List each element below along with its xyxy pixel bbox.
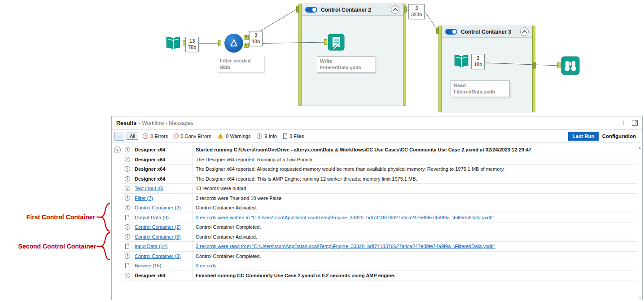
- record-count: 13: [188, 38, 196, 44]
- browse-tool[interactable]: [561, 56, 580, 75]
- errors-label: 0 Errors: [150, 133, 168, 139]
- filter-errors-button[interactable]: 0 Errors: [143, 133, 168, 139]
- messages-view-button[interactable]: ≡: [114, 132, 124, 141]
- info-icon: [125, 176, 130, 182]
- book-icon: [164, 34, 182, 52]
- file-icon: [283, 133, 287, 139]
- chevron-up-icon: [522, 30, 527, 35]
- row-tool-name[interactable]: Filter (7): [132, 194, 193, 203]
- row-tool-name[interactable]: Control Container (3): [132, 252, 193, 261]
- output-data-input-anchor[interactable]: [324, 39, 327, 45]
- result-row: Text Input (6) 13 records were output: [123, 184, 637, 194]
- info-icon: [125, 253, 130, 259]
- results-header: Results - Workflow - Messages ⋮: [112, 116, 642, 130]
- second-container-callout: Second Control Container: [0, 243, 96, 250]
- filter-info-button[interactable]: 9 Info: [257, 133, 277, 139]
- record-size: 323b: [411, 12, 422, 18]
- container-input-wall[interactable]: [438, 26, 442, 112]
- row-tool-name: Designer x64: [132, 271, 193, 280]
- info-icon: [125, 157, 130, 162]
- filter-tool[interactable]: [224, 34, 243, 53]
- results-panel: Results - Workflow - Messages ⋮ ≡ All 0 …: [111, 116, 643, 300]
- input-data-tool[interactable]: [452, 52, 470, 70]
- row-message: Finished running CC Community Use Case 2…: [193, 271, 637, 280]
- row-message[interactable]: 3 records: [193, 261, 637, 271]
- row-tool-name[interactable]: Browse (15): [132, 261, 193, 271]
- row-tool-name[interactable]: Control Container (3): [132, 232, 193, 242]
- filter-files-button[interactable]: 3 Files: [283, 133, 304, 139]
- record-size: 78b: [188, 44, 196, 51]
- filter-input-anchor[interactable]: [218, 40, 221, 46]
- filter-conv-errors-button[interactable]: 0 Conv Errors: [174, 133, 211, 139]
- text-input-tool[interactable]: [164, 34, 182, 52]
- filter-true-port[interactable]: T: [244, 35, 249, 40]
- info-icon: [125, 234, 130, 240]
- row-message[interactable]: 3 records were written to "C:\Users\rson…: [193, 213, 637, 222]
- files-label: 3 Files: [289, 133, 304, 139]
- info-icon: [125, 224, 130, 230]
- alteryx-designer-screen: Control Container 2 Control Container 3 …: [0, 0, 644, 302]
- container-2-collapse-button[interactable]: [391, 5, 399, 14]
- container-3-input-port[interactable]: [436, 27, 439, 34]
- container-3-enable-toggle[interactable]: [445, 29, 457, 35]
- scrollbar-up-icon[interactable]: ▲: [638, 146, 641, 149]
- conv-errors-label: 0 Conv Errors: [180, 133, 211, 139]
- record-count: 3: [252, 32, 260, 39]
- result-row: Designer x64 The Designer x64 reported: …: [123, 164, 637, 174]
- info-label: 9 Info: [264, 133, 277, 139]
- row-tool-name[interactable]: Output Data (9): [132, 213, 193, 222]
- last-run-tab[interactable]: Last Run: [568, 132, 598, 141]
- popout-window-icon[interactable]: [632, 120, 638, 126]
- browse-input-anchor[interactable]: [557, 62, 561, 68]
- row-tool-name[interactable]: Text Input (6): [132, 184, 193, 193]
- result-row: Control Container (3) Control Container …: [123, 252, 637, 262]
- row-message: The Designer x64 reported: Allocating re…: [193, 164, 637, 174]
- results-toolbar: ≡ All 0 Errors 0 Conv Errors 0 Warnings …: [112, 130, 642, 142]
- row-tool-name: Designer x64: [132, 145, 193, 155]
- filter-all-button[interactable]: All: [127, 133, 138, 140]
- info-icon: [125, 147, 130, 152]
- first-container-callout: First Control Container: [0, 213, 95, 221]
- binoculars-icon: [561, 56, 580, 75]
- row-message: The Designer x64 reported: Running at a …: [193, 155, 637, 164]
- filter-false-port[interactable]: F: [244, 43, 249, 48]
- result-row: Browse (15) 3 records: [123, 261, 637, 271]
- row-message: The Designer x64 reported: This is AMP E…: [193, 174, 637, 184]
- row-message[interactable]: 3 records were read from "C:\Users\rson\…: [193, 242, 637, 251]
- row-tool-name[interactable]: Control Container (2): [132, 222, 193, 232]
- record-size: 18b: [252, 39, 260, 45]
- container-2-input-port[interactable]: [296, 6, 299, 13]
- output-data-tool[interactable]: [328, 34, 345, 51]
- configuration-tab[interactable]: Configuration: [599, 132, 640, 141]
- result-row: Designer x64 Finished running CC Communi…: [123, 271, 637, 281]
- container-input-wall[interactable]: [298, 4, 302, 106]
- help-icon[interactable]: ?: [114, 147, 121, 153]
- row-tool-name[interactable]: Control Container (2): [132, 203, 193, 213]
- info-icon: [125, 205, 130, 210]
- container-3-collapse-button[interactable]: [520, 27, 529, 36]
- record-count: 3: [411, 5, 422, 12]
- container-3-output-port[interactable]: [533, 62, 536, 69]
- write-document-icon: [328, 34, 345, 51]
- alteryx-logo-icon: [228, 37, 240, 49]
- results-subtitle: - Workflow - Messages: [139, 120, 193, 126]
- container-output-wall[interactable]: [532, 26, 535, 112]
- container-2-header: Control Container 2: [302, 4, 403, 16]
- file-icon: [125, 263, 129, 268]
- control-container-2[interactable]: Control Container 2: [298, 4, 406, 106]
- filter-annotation[interactable]: Filter needed data: [217, 56, 264, 72]
- output-data-annotation[interactable]: Write FilteredData.yxdb: [317, 56, 375, 73]
- results-body: ? Designer x64 Started running C:\Users\…: [112, 142, 642, 301]
- container-2-output-port[interactable]: [404, 6, 407, 13]
- filter-warnings-button[interactable]: 0 Warnings: [217, 133, 250, 139]
- row-message: Control Container Activated.: [193, 232, 637, 242]
- more-options-icon[interactable]: ⋮: [621, 120, 626, 126]
- input-data-annotation[interactable]: Read FilteredData.yxdb: [451, 80, 510, 97]
- container-2-enable-toggle[interactable]: [305, 7, 317, 13]
- row-message: Started running C:\Users\rson\OneDrive -…: [193, 145, 637, 155]
- row-tool-name[interactable]: Input Data (14): [132, 242, 193, 251]
- container-output-wall[interactable]: [403, 4, 406, 106]
- container-3-header: Control Container 3: [442, 26, 532, 38]
- file-icon: [125, 244, 129, 249]
- result-row: Designer x64 Started running C:\Users\rs…: [123, 145, 637, 155]
